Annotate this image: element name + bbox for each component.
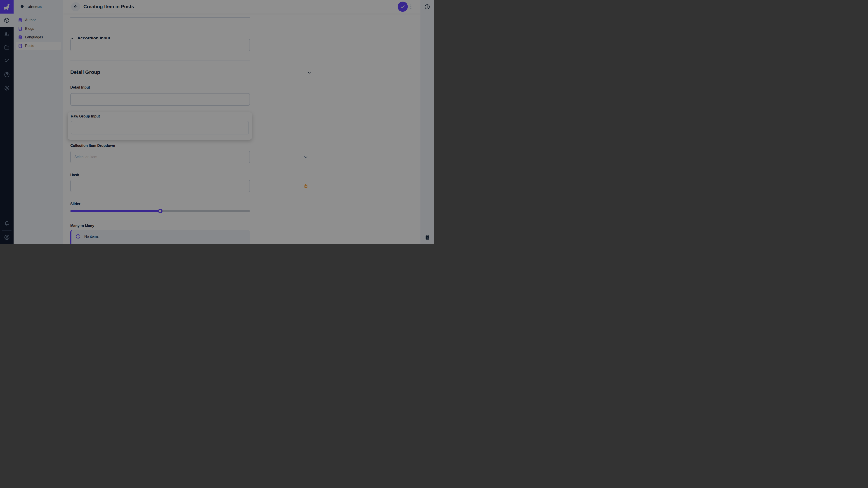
bell-icon [4, 221, 10, 226]
chevron-down-icon[interactable] [303, 155, 308, 160]
sidebar-item-languages[interactable]: Languages [16, 33, 61, 41]
clipboard-clock-icon [424, 234, 430, 240]
module-content[interactable] [0, 13, 13, 27]
raw-group-input-card: Raw Group Input [68, 112, 252, 140]
module-users[interactable] [0, 27, 13, 41]
gear-icon [4, 85, 10, 91]
sidebar-item-label: Blogs [25, 27, 34, 31]
module-files[interactable] [0, 41, 13, 54]
users-icon [4, 31, 10, 37]
hash-label: Hash [70, 173, 79, 177]
module-settings[interactable] [0, 81, 13, 95]
user-menu-button[interactable] [0, 230, 13, 244]
database-icon [18, 35, 23, 40]
info-icon [424, 4, 430, 10]
chevron-down-icon[interactable] [307, 70, 312, 75]
notifications-button[interactable] [0, 217, 13, 230]
page-title: Creating Item in Posts [84, 4, 134, 9]
sidebar-item-blogs[interactable]: Blogs [16, 25, 61, 33]
raw-group-input-field[interactable] [71, 121, 249, 134]
revisions-sidebar-toggle[interactable] [421, 230, 434, 244]
cube-icon [4, 18, 10, 23]
check-icon [400, 4, 405, 9]
detail-group-label: Detail Group [70, 69, 100, 75]
info-sidebar-toggle[interactable] [421, 0, 434, 13]
m2m-empty-notice: No items [70, 230, 250, 244]
kebab-icon [410, 4, 412, 9]
directus-app: Directus Author [0, 0, 434, 244]
collections-sidebar: Directus Author [13, 0, 63, 244]
project-name: Directus [28, 5, 41, 9]
dropdown-label: Collection Item Dropdown [70, 144, 115, 148]
database-icon [18, 43, 23, 48]
module-bar [0, 0, 13, 244]
sidebar-item-label: Author [25, 18, 36, 22]
info-circle-icon [75, 234, 81, 239]
more-options-button[interactable] [408, 2, 414, 12]
info-sidebar [421, 0, 434, 244]
detail-input-label: Detail Input [70, 86, 90, 90]
sidebar-item-author[interactable]: Author [16, 16, 61, 24]
divider [70, 78, 250, 78]
item-form: Accordion Input Detail Group Detail Inpu… [63, 13, 421, 244]
insights-icon [4, 58, 10, 64]
database-icon [18, 18, 23, 23]
hash-field[interactable] [70, 180, 250, 192]
save-button[interactable] [398, 2, 408, 12]
folder-icon [4, 44, 10, 51]
slider-fill [70, 210, 160, 212]
database-icon [18, 26, 23, 31]
accordion-input-field[interactable] [70, 39, 250, 51]
slider-handle[interactable] [158, 209, 162, 213]
detail-group-header[interactable]: Detail Group [70, 69, 100, 75]
project-chip[interactable]: Directus [13, 0, 63, 13]
directus-logo[interactable] [0, 0, 13, 13]
slider-label: Slider [70, 202, 80, 206]
avatar-icon [4, 234, 10, 240]
module-insights[interactable] [0, 54, 13, 68]
sidebar-item-label: Languages [25, 35, 43, 39]
module-help[interactable] [0, 68, 13, 81]
m2m-empty-text: No items [84, 234, 98, 238]
m2m-label: Many to Many [70, 224, 94, 228]
slider-control[interactable] [70, 208, 250, 214]
divider [70, 17, 250, 18]
help-icon [4, 72, 10, 78]
fan-icon [20, 4, 25, 9]
sidebar-item-posts[interactable]: Posts [16, 42, 61, 50]
sidebar-item-label: Posts [25, 44, 34, 48]
back-button[interactable] [71, 2, 80, 11]
arrow-left-icon [73, 4, 78, 9]
raw-group-input-label: Raw Group Input [71, 114, 100, 119]
divider [70, 61, 250, 61]
collection-item-dropdown[interactable] [70, 151, 250, 163]
lock-open-icon [303, 183, 309, 189]
detail-input-field[interactable] [70, 93, 250, 106]
rabbit-logo-icon [3, 3, 11, 11]
